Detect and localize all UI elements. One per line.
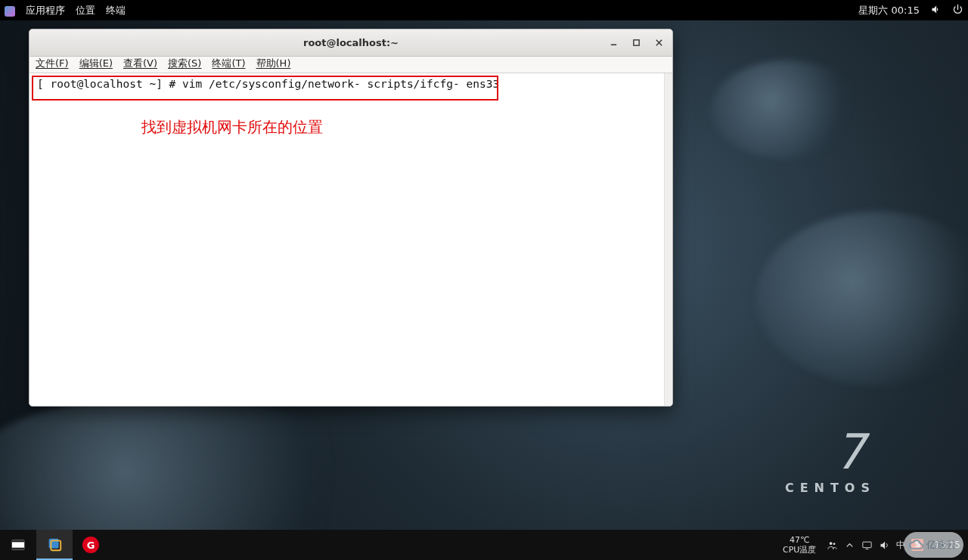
power-icon[interactable] — [952, 4, 963, 17]
terminal-titlebar[interactable]: root@localhost:~ — [29, 29, 672, 57]
svg-rect-0 — [633, 39, 638, 45]
host-taskbar: G 47℃ CPU温度 中 S 16:15 — [0, 530, 968, 560]
cpu-temp-label: CPU温度 — [783, 545, 816, 555]
panel-datetime[interactable]: 星期六 00:15 — [858, 4, 920, 17]
menu-terminal[interactable]: 终端(T) — [212, 57, 245, 70]
menu-file[interactable]: 文件(F) — [36, 57, 69, 70]
svg-rect-3 — [12, 548, 25, 550]
netease-music-icon: G — [82, 537, 99, 553]
terminal-window: root@localhost:~ 文件(F) 编辑(E) 查看(V) 搜索(S)… — [29, 29, 673, 407]
svg-point-6 — [830, 542, 833, 545]
brand-version: 7 — [785, 428, 876, 476]
window-minimize-button[interactable] — [604, 33, 622, 51]
wallpaper-brand: 7 CENTOS — [785, 428, 876, 495]
watermark-badge: 亿速云 — [904, 532, 963, 558]
menu-view[interactable]: 查看(V) — [123, 57, 157, 70]
menu-search[interactable]: 搜索(S) — [168, 57, 201, 70]
prompt-command: vim /etc/sysconfig/network- scripts/ifcf… — [182, 78, 499, 90]
taskbar-app-netease-music[interactable]: G — [73, 530, 109, 560]
tray-chevron-up-icon[interactable] — [844, 540, 855, 551]
terminal-menubar: 文件(F) 编辑(E) 查看(V) 搜索(S) 终端(T) 帮助(H) — [29, 57, 672, 73]
svg-rect-2 — [12, 540, 25, 543]
prompt-at: @ — [76, 78, 83, 90]
menu-help[interactable]: 帮助(H) — [256, 57, 291, 70]
tray-display-icon[interactable] — [861, 540, 873, 551]
svg-point-7 — [833, 543, 836, 545]
prompt-user: [ root — [37, 78, 76, 90]
tray-people-icon[interactable] — [827, 540, 838, 551]
cpu-temp-value: 47℃ — [783, 535, 816, 545]
taskbar-app-video-editor[interactable] — [0, 530, 36, 560]
taskbar-app-vmware[interactable] — [36, 530, 73, 560]
volume-icon[interactable] — [930, 4, 942, 17]
wallpaper-cloud — [711, 60, 862, 159]
panel-menu-applications[interactable]: 应用程序 — [26, 4, 65, 17]
gnome-top-panel: 应用程序 位置 终端 星期六 00:15 — [0, 0, 968, 20]
panel-menu-terminal[interactable]: 终端 — [106, 4, 126, 17]
prompt-host: localhost ~] # — [83, 78, 182, 90]
panel-menu-places[interactable]: 位置 — [76, 4, 95, 17]
cloud-icon — [908, 537, 923, 552]
terminal-body[interactable]: [ root@localhost ~] # vim /etc/sysconfig… — [29, 73, 672, 406]
window-maximize-button[interactable] — [627, 33, 645, 51]
terminal-line: [ root@localhost ~] # vim /etc/sysconfig… — [37, 78, 665, 90]
window-close-button[interactable] — [650, 33, 668, 51]
terminal-scrollbar[interactable] — [664, 73, 672, 406]
menu-edit[interactable]: 编辑(E) — [79, 57, 113, 70]
taskbar-cpu-temp[interactable]: 47℃ CPU温度 — [783, 535, 821, 555]
annotation-text: 找到虚拟机网卡所在的位置 — [141, 117, 323, 138]
terminal-title: root@localhost:~ — [303, 37, 399, 48]
gnome-logo-icon — [5, 6, 15, 17]
tray-volume-icon[interactable] — [879, 540, 890, 551]
brand-name: CENTOS — [785, 481, 876, 495]
wallpaper-cloud — [756, 212, 968, 385]
watermark-text: 亿速云 — [926, 538, 956, 552]
svg-rect-8 — [863, 542, 871, 548]
